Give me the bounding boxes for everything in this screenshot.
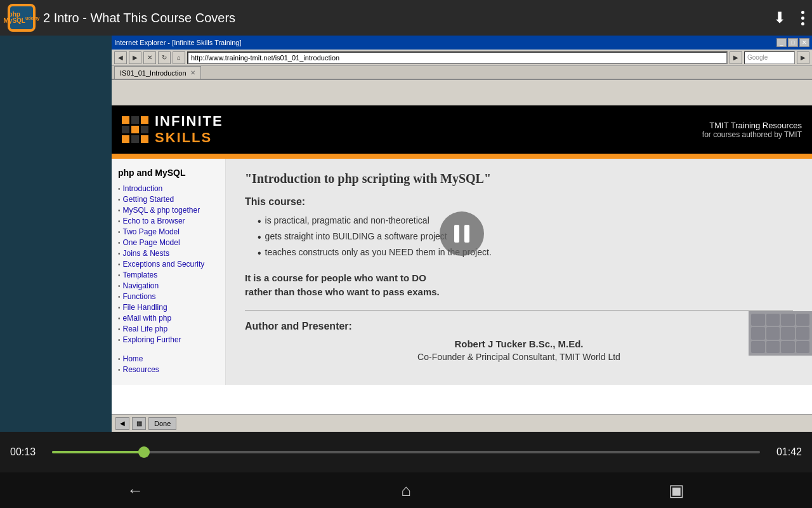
sidebar-item[interactable]: •One Page Model (118, 238, 219, 247)
menu-dot (801, 22, 804, 25)
done-button[interactable]: Done (148, 417, 176, 430)
sidebar-item-label: Real Life php (123, 324, 168, 333)
sidebar-bullet: • (118, 207, 121, 214)
sidebar-bullet: • (118, 315, 121, 322)
key-cell (766, 327, 780, 339)
course-points-list: •is practical, pragmatic and non-theoret… (245, 215, 793, 260)
back-btn[interactable]: ◀ (114, 51, 127, 64)
sidebar: php and MySQL •Introduction•Getting Star… (112, 159, 226, 385)
people-text: It is a course for people who want to DO… (245, 271, 793, 300)
this-course-label: This course: (245, 196, 793, 208)
sidebar-bullet: • (118, 283, 121, 290)
logo-grid (122, 116, 148, 143)
sidebar-item[interactable]: •Getting Started (118, 195, 219, 204)
back-nav-btn[interactable]: ← (116, 478, 154, 503)
sidebar-item[interactable]: •Echo to a Browser (118, 217, 219, 225)
refresh-btn[interactable]: ↻ (158, 51, 171, 64)
sidebar-item[interactable]: •Real Life php (118, 324, 219, 333)
home-btn[interactable]: ⌂ (173, 51, 185, 64)
sidebar-bullet: • (118, 366, 121, 373)
sidebar-item-label: Echo to a Browser (123, 217, 185, 225)
sidebar-item[interactable]: •Two Page Model (118, 227, 219, 236)
left-sidebar (0, 36, 112, 432)
sidebar-item[interactable]: •File Handling (118, 303, 219, 312)
sidebar-item-label: MySQL & php together (123, 206, 200, 215)
key-cell (796, 341, 810, 353)
logo-cell (122, 116, 129, 124)
download-icon[interactable]: ⬇ (773, 9, 786, 27)
key-cell (751, 341, 765, 353)
sidebar-link-label: Home (123, 354, 143, 363)
course-point: •teaches constructs only as you NEED the… (258, 247, 793, 259)
sidebar-item[interactable]: •Templates (118, 271, 219, 279)
logo-cell (122, 135, 129, 143)
sidebar-item[interactable]: •Joins & Nests (118, 249, 219, 258)
search-box-label: Google (747, 54, 768, 61)
tab-close-icon[interactable]: ✕ (190, 69, 195, 76)
sidebar-item[interactable]: •Navigation (118, 281, 219, 290)
key-cell (766, 314, 780, 326)
bullet-point: • (258, 231, 261, 243)
progress-thumb[interactable] (138, 446, 150, 458)
browser-minimize-btn[interactable]: _ (776, 38, 787, 47)
sidebar-items-list: •Introduction•Getting Started•MySQL & ph… (118, 184, 219, 344)
sidebar-item-label: Templates (123, 271, 158, 279)
go-btn[interactable]: ▶ (730, 51, 742, 64)
menu-dot (801, 17, 804, 20)
search-go-btn[interactable]: ▶ (797, 51, 809, 64)
browser-bottom-btn1[interactable]: ◀ (115, 417, 129, 430)
browser-toolbar: ◀ ▶ ✕ ↻ ⌂ http://www.training-tmit.net/i… (112, 50, 812, 66)
key-cell (781, 327, 795, 339)
sidebar-item[interactable]: •Functions (118, 292, 219, 301)
forward-btn[interactable]: ▶ (129, 51, 141, 64)
sidebar-item[interactable]: •Exploring Further (118, 335, 219, 344)
address-bar[interactable]: http://www.training-tmit.net/is01_01_int… (191, 54, 339, 62)
sidebar-link[interactable]: •Resources (118, 365, 219, 374)
sidebar-link[interactable]: •Home (118, 354, 219, 363)
browser-maximize-btn[interactable]: □ (788, 38, 798, 47)
recents-nav-btn[interactable]: ▣ (658, 478, 696, 503)
sidebar-bullet: • (118, 218, 121, 225)
sidebar-item-label: Introduction (123, 184, 163, 193)
sidebar-item-label: One Page Model (123, 238, 180, 247)
home-nav-btn[interactable]: ⌂ (387, 478, 425, 503)
logo-cell (141, 116, 148, 124)
webpage-content: INFINITE SKILLS TMIT Training Resources … (112, 105, 812, 432)
active-tab[interactable]: IS01_01_Introduction ✕ (114, 66, 201, 79)
sidebar-bullet: • (118, 229, 121, 236)
address-bar-container[interactable]: http://www.training-tmit.net/is01_01_int… (187, 51, 728, 64)
sidebar-bullet: • (118, 250, 121, 257)
sidebar-bullet: • (118, 272, 121, 279)
sidebar-item-label: Getting Started (123, 195, 174, 204)
sidebar-item[interactable]: •MySQL & php together (118, 206, 219, 215)
browser-bottom-bar: ◀ ▦ Done (112, 414, 812, 432)
course-point: •gets straight into BUILDING a software … (258, 231, 793, 243)
sidebar-item[interactable]: •Exceptions and Security (118, 260, 219, 269)
sidebar-item[interactable]: •Introduction (118, 184, 219, 193)
pause-overlay[interactable] (440, 211, 484, 256)
infinite-skills-logo: INFINITE SKILLS (122, 113, 223, 146)
sidebar-bullet: • (118, 304, 121, 311)
browser-close-btn[interactable]: ✕ (799, 38, 809, 47)
tmit-line1: TMIT Training Resources (702, 121, 802, 130)
progress-track[interactable] (52, 451, 760, 453)
sidebar-item-label: Exploring Further (123, 335, 181, 344)
top-bar: phpMySQLudemy 2 Intro - What This Course… (0, 0, 812, 36)
stop-btn[interactable]: ✕ (143, 51, 156, 64)
browser-controls: _ □ ✕ (776, 38, 809, 47)
sidebar-bullet: • (118, 356, 121, 363)
tmit-info: TMIT Training Resources for courses auth… (702, 121, 802, 139)
browser-bottom-btn2[interactable]: ▦ (132, 417, 146, 430)
orange-bar (112, 154, 812, 159)
key-cell (751, 327, 765, 339)
logo-cell (122, 126, 129, 133)
page-title: 2 Intro - What This Course Covers (43, 11, 773, 25)
sidebar-item[interactable]: •eMail with php (118, 314, 219, 323)
logo-cell (131, 135, 139, 143)
keyboard-overlay (749, 311, 812, 356)
logo-skills: SKILLS (155, 130, 223, 146)
menu-icon[interactable] (801, 11, 804, 25)
search-box[interactable]: Google (744, 51, 795, 64)
sidebar-item-label: Joins & Nests (123, 249, 169, 258)
sidebar-title: php and MySQL (118, 168, 219, 178)
